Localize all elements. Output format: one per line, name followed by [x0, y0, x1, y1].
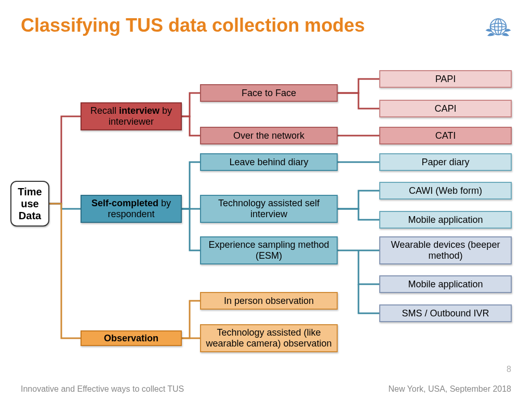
page-number: 8 — [507, 365, 511, 374]
node-cati: CATI — [379, 127, 512, 144]
root-node: Time use Data — [10, 181, 49, 227]
node-paper-diary: Paper diary — [379, 153, 512, 171]
node-mobile-app-1: Mobile application — [379, 211, 512, 229]
footer-right: New York, USA, September 2018 — [388, 384, 511, 394]
node-cawi: CAWI (Web form) — [379, 182, 512, 200]
node-tech-obs: Technology assisted (like wearable camer… — [200, 324, 338, 352]
slide-title: Classifying TUS data collection modes — [21, 15, 365, 36]
node-sms-ivr: SMS / Outbound IVR — [379, 304, 512, 322]
node-tech-self-interview: Technology assisted self interview — [200, 195, 338, 223]
node-self-completed: Self-completed by respondent — [81, 195, 182, 223]
node-in-person-obs: In person observation — [200, 292, 338, 310]
node-face-to-face: Face to Face — [200, 84, 338, 102]
node-esm: Experience sampling method (ESM) — [200, 236, 338, 264]
node-over-network: Over the network — [200, 127, 338, 144]
un-logo — [480, 10, 516, 42]
node-capi: CAPI — [379, 100, 512, 117]
footer-left: Innovative and Effective ways to collect… — [21, 384, 184, 394]
node-mobile-app-2: Mobile application — [379, 275, 512, 293]
node-papi: PAPI — [379, 70, 512, 88]
node-recall-interview: Recall interview by interviewer — [81, 102, 182, 130]
node-label: Self-completed by respondent — [85, 198, 178, 220]
node-wearable: Wearable devices (beeper method) — [379, 236, 512, 264]
node-label: Recall interview by interviewer — [85, 105, 178, 127]
node-observation: Observation — [81, 330, 182, 346]
node-leave-behind-diary: Leave behind diary — [200, 153, 338, 171]
